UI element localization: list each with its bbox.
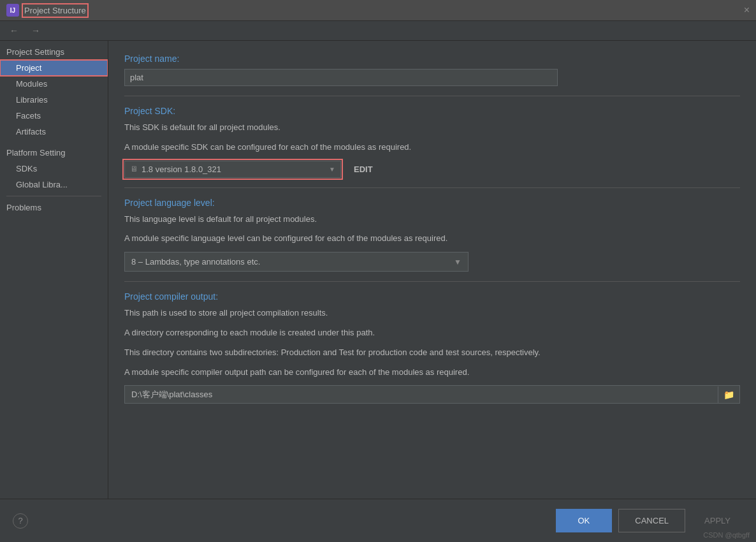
bottom-left: ? bbox=[13, 513, 28, 529]
sdk-desc-2: A module specific SDK can be configured … bbox=[124, 141, 740, 154]
sidebar-item-sdks[interactable]: SDKs bbox=[0, 161, 108, 177]
project-settings-header: Project Settings bbox=[0, 44, 108, 60]
compiler-output-title: Project compiler output: bbox=[124, 291, 740, 302]
sdk-desc-1: This SDK is default for all project modu… bbox=[124, 121, 740, 135]
compiler-output-row: 📁 bbox=[124, 385, 740, 404]
language-desc-1: This language level is default for all p… bbox=[124, 213, 740, 226]
title-bar-left: IJ Project Structure bbox=[6, 4, 86, 17]
project-structure-dialog: IJ Project Structure × ← → Project Setti… bbox=[0, 0, 756, 542]
compiler-output-input[interactable] bbox=[125, 386, 718, 403]
project-sdk-section: Project SDK: This SDK is default for all… bbox=[124, 106, 740, 178]
compiler-desc-3: This directory contains two subdirectori… bbox=[124, 346, 740, 360]
app-icon: IJ bbox=[6, 4, 19, 17]
compiler-desc-2: A directory corresponding to each module… bbox=[124, 326, 740, 340]
sidebar-item-project[interactable]: Project bbox=[0, 60, 108, 76]
compiler-desc-1: This path is used to store all project c… bbox=[124, 307, 740, 320]
sdk-chevron-icon: ▼ bbox=[329, 166, 335, 173]
bottom-buttons: OK CANCEL APPLY bbox=[556, 509, 744, 532]
language-value-label: 8 – Lambdas, type annotations etc. bbox=[131, 257, 454, 267]
project-name-title: Project name: bbox=[124, 54, 740, 64]
sidebar-item-global-libraries[interactable]: Global Libra... bbox=[0, 177, 108, 193]
content-panel: Project name: Project SDK: This SDK is d… bbox=[108, 41, 756, 499]
apply-button[interactable]: APPLY bbox=[692, 509, 743, 532]
folder-browse-button[interactable]: 📁 bbox=[718, 386, 739, 403]
sidebar-item-facets[interactable]: Facets bbox=[0, 108, 108, 124]
back-button[interactable]: ← bbox=[6, 24, 22, 37]
ok-button[interactable]: OK bbox=[556, 509, 613, 532]
project-name-input[interactable] bbox=[124, 69, 558, 86]
sidebar-item-modules[interactable]: Modules bbox=[0, 76, 108, 92]
sdk-row: 🖥 1.8 version 1.8.0_321 ▼ EDIT bbox=[124, 161, 740, 178]
main-content: Project Settings Project Modules Librari… bbox=[0, 41, 756, 499]
sdk-icon: 🖥 bbox=[130, 165, 138, 173]
problems-header: Problems bbox=[0, 200, 108, 216]
divider-1 bbox=[124, 96, 740, 96]
dialog-title: Project Structure bbox=[24, 6, 86, 15]
compiler-output-section: Project compiler output: This path is us… bbox=[124, 291, 740, 404]
forward-button[interactable]: → bbox=[28, 24, 43, 37]
sdk-value-label: 1.8 version 1.8.0_321 bbox=[142, 165, 325, 174]
language-level-title: Project language level: bbox=[124, 198, 740, 208]
title-bar: IJ Project Structure × bbox=[0, 0, 756, 21]
project-name-section: Project name: bbox=[124, 54, 740, 86]
sidebar-item-libraries[interactable]: Libraries bbox=[0, 92, 108, 108]
sidebar-item-artifacts[interactable]: Artifacts bbox=[0, 124, 108, 140]
project-sdk-title: Project SDK: bbox=[124, 106, 740, 116]
close-button[interactable]: × bbox=[744, 4, 750, 16]
platform-settings-header: Platform Setting bbox=[0, 145, 108, 161]
sidebar-divider bbox=[6, 196, 101, 196]
sdk-edit-button[interactable]: EDIT bbox=[347, 161, 379, 177]
compiler-desc-4: A module specific compiler output path c… bbox=[124, 366, 740, 379]
language-chevron-icon: ▼ bbox=[454, 258, 462, 267]
help-button[interactable]: ? bbox=[13, 513, 28, 529]
language-level-section: Project language level: This language le… bbox=[124, 198, 740, 272]
cancel-button[interactable]: CANCEL bbox=[618, 509, 685, 532]
bottom-bar: ? OK CANCEL APPLY bbox=[0, 499, 756, 542]
nav-bar: ← → bbox=[0, 21, 756, 41]
watermark-text: CSDN @qtbgff bbox=[703, 531, 750, 539]
divider-3 bbox=[124, 281, 740, 282]
language-desc-2: A module specific language level can be … bbox=[124, 232, 740, 245]
sdk-dropdown[interactable]: 🖥 1.8 version 1.8.0_321 ▼ bbox=[124, 161, 341, 178]
divider-2 bbox=[124, 187, 740, 188]
sidebar: Project Settings Project Modules Librari… bbox=[0, 41, 108, 499]
language-dropdown[interactable]: 8 – Lambdas, type annotations etc. ▼ bbox=[124, 252, 469, 272]
